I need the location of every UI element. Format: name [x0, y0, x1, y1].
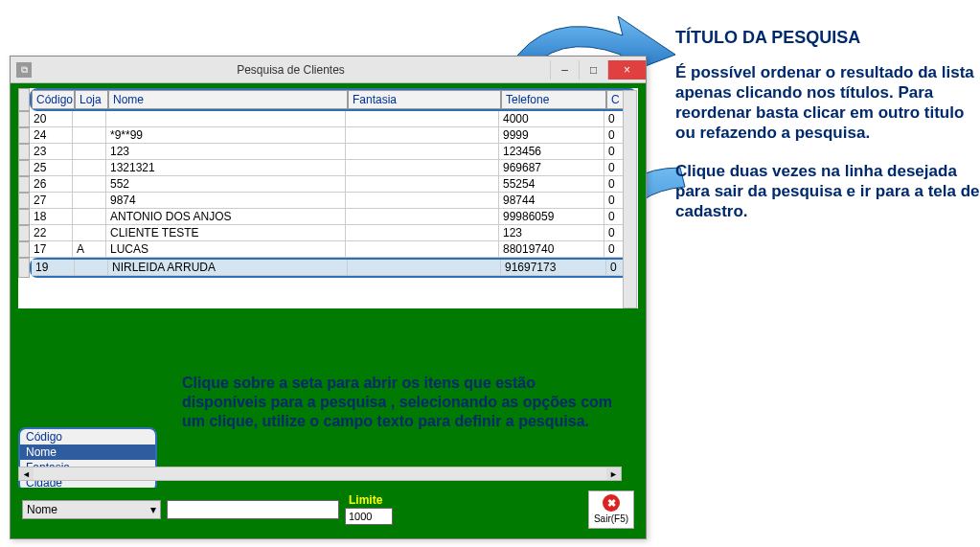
- table-row[interactable]: 231231234560: [30, 144, 633, 160]
- cell-loja: [73, 176, 106, 193]
- titlebar: ⧉ Pesquisa de Clientes – □ ×: [11, 57, 646, 83]
- cell-codigo: 19: [32, 260, 75, 276]
- limite-input[interactable]: [345, 508, 393, 525]
- window-title: Pesquisa de Clientes: [32, 63, 550, 77]
- cell-fantasia: [346, 241, 499, 258]
- annotation-para1: É possível ordenar o resultado da lista …: [675, 62, 980, 144]
- col-telefone[interactable]: Telefone: [501, 90, 606, 109]
- minimize-button[interactable]: –: [550, 60, 579, 80]
- cell-loja: [75, 260, 108, 276]
- cell-telefone: 91697173: [501, 260, 606, 276]
- cell-codigo: 23: [30, 144, 73, 160]
- app-window: ⧉ Pesquisa de Clientes – □ × Código Loja…: [10, 56, 647, 539]
- chevron-down-icon: ▾: [150, 503, 156, 516]
- row-marker: [18, 144, 30, 160]
- cell-telefone: 55254: [499, 176, 604, 193]
- annotation-mid-text: Clique sobre a seta para abrir os itens …: [182, 374, 623, 431]
- search-input[interactable]: [167, 500, 339, 519]
- row-marker: [18, 209, 30, 225]
- table-row[interactable]: 17ALUCAS880197400: [30, 241, 633, 258]
- cell-codigo: 22: [30, 225, 73, 241]
- row-marker-header: [18, 88, 30, 111]
- scrollbar-horizontal[interactable]: ◄ ►: [18, 467, 622, 481]
- cell-nome: LUCAS: [106, 241, 346, 258]
- cell-fantasia: [346, 176, 499, 193]
- cell-loja: [73, 111, 106, 127]
- row-marker: [18, 258, 30, 278]
- cell-nome: 1321321: [106, 160, 346, 176]
- exit-icon: ✖: [603, 494, 620, 512]
- col-fantasia[interactable]: Fantasia: [348, 90, 501, 109]
- row-marker: [18, 160, 30, 176]
- cell-codigo: 26: [30, 176, 73, 193]
- row-marker: [18, 176, 30, 193]
- row-marker: [18, 111, 30, 127]
- cell-loja: [73, 209, 106, 225]
- cell-nome: 123: [106, 144, 346, 160]
- cell-codigo: 27: [30, 193, 73, 209]
- cell-nome: *9**99: [106, 127, 346, 144]
- cell-nome: CLIENTE TESTE: [106, 225, 346, 241]
- dropdown-value: Nome: [27, 503, 57, 516]
- table-row[interactable]: 2040000: [30, 111, 633, 127]
- app-icon: ⧉: [16, 62, 32, 78]
- col-codigo[interactable]: Código: [32, 90, 75, 109]
- cell-loja: [73, 127, 106, 144]
- cell-telefone: 99986059: [499, 209, 604, 225]
- cell-telefone: 98744: [499, 193, 604, 209]
- search-field-options[interactable]: CódigoNomeFantasiaCidade: [18, 427, 157, 492]
- cell-codigo: 17: [30, 241, 73, 258]
- cell-codigo: 20: [30, 111, 73, 127]
- cell-loja: [73, 193, 106, 209]
- scroll-right-icon[interactable]: ►: [606, 467, 621, 480]
- option-código[interactable]: Código: [20, 429, 155, 444]
- cell-loja: A: [73, 241, 106, 258]
- bottom-bar: Nome ▾ Limite ✖ Sair(F5): [18, 488, 638, 531]
- cell-nome: 552: [106, 176, 346, 193]
- cell-loja: [73, 144, 106, 160]
- table-row[interactable]: 26552552540: [30, 176, 633, 193]
- table-row[interactable]: 2513213219696870: [30, 160, 633, 176]
- cell-nome: ANTONIO DOS ANJOS: [106, 209, 346, 225]
- exit-label: Sair(F5): [594, 513, 628, 524]
- table-row[interactable]: 22CLIENTE TESTE1230: [30, 225, 633, 241]
- cell-codigo: 24: [30, 127, 73, 144]
- table-row[interactable]: 279874987440: [30, 193, 633, 209]
- annotation-mid: Clique sobre a seta para abrir os itens …: [182, 374, 623, 431]
- row-marker: [18, 241, 30, 258]
- col-nome[interactable]: Nome: [108, 90, 348, 109]
- cell-fantasia: [346, 144, 499, 160]
- cell-telefone: 123: [499, 225, 604, 241]
- cell-fantasia: [346, 111, 499, 127]
- table-row[interactable]: 19NIRLEIDA ARRUDA916971730: [30, 258, 637, 278]
- table-row[interactable]: 18ANTONIO DOS ANJOS999860590: [30, 209, 633, 225]
- cell-fantasia: [346, 127, 499, 144]
- grid-header[interactable]: Código Loja Nome Fantasia Telefone C: [30, 88, 637, 111]
- annotation-side: TÍTULO DA PESQUISA É possível ordenar o …: [675, 27, 980, 239]
- row-marker: [18, 127, 30, 144]
- row-marker: [18, 225, 30, 241]
- cell-nome: [106, 111, 346, 127]
- close-button[interactable]: ×: [607, 60, 646, 80]
- scrollbar-vertical[interactable]: [623, 90, 637, 308]
- grid: Código Loja Nome Fantasia Telefone C 204…: [18, 88, 638, 308]
- maximize-button[interactable]: □: [579, 60, 607, 80]
- cell-telefone: 123456: [499, 144, 604, 160]
- cell-fantasia: [346, 160, 499, 176]
- cell-fantasia: [346, 193, 499, 209]
- cell-fantasia: [346, 209, 499, 225]
- col-loja[interactable]: Loja: [75, 90, 108, 109]
- annotation-title: TÍTULO DA PESQUISA: [675, 27, 980, 49]
- search-field-dropdown[interactable]: Nome ▾: [22, 500, 161, 519]
- annotation-para2: Clique duas vezes na linha desejada para…: [675, 161, 980, 222]
- cell-fantasia: [348, 260, 501, 276]
- cell-loja: [73, 225, 106, 241]
- scroll-left-icon[interactable]: ◄: [19, 467, 34, 480]
- cell-telefone: 969687: [499, 160, 604, 176]
- option-nome[interactable]: Nome: [20, 444, 155, 460]
- limite-label: Limite: [349, 493, 382, 507]
- table-row[interactable]: 24*9**9999990: [30, 127, 633, 144]
- cell-nome: 9874: [106, 193, 346, 209]
- cell-fantasia: [346, 225, 499, 241]
- exit-button[interactable]: ✖ Sair(F5): [588, 490, 634, 529]
